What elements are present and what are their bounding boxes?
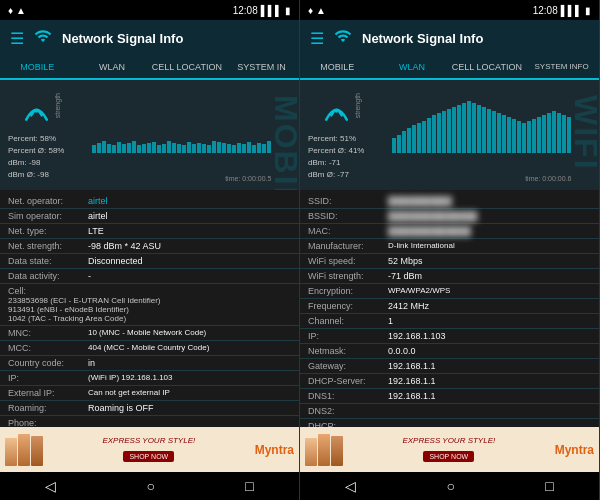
info-row: MAC: █████████████ [300, 224, 599, 239]
chart-bar [407, 128, 411, 153]
chart-bar [502, 115, 506, 153]
info-row: Netmask: 0.0.0.0 [300, 344, 599, 359]
menu-icon-2[interactable]: ☰ [310, 29, 324, 48]
watermark-2: WIFI [567, 95, 599, 171]
info-row: DHCP: [300, 419, 599, 427]
chart-bar [487, 109, 491, 153]
info-row: Roaming: Roaming is OFF [0, 401, 299, 416]
time-display-2: 12:08 [533, 5, 558, 16]
chart-bar [552, 111, 556, 153]
ad-text-area-1: EXPRESS YOUR STYLE! SHOP NOW [43, 436, 255, 463]
chart-bar [117, 142, 121, 153]
info-row: Cell: 233853698 (ECI - E-UTRAN Cell Iden… [0, 284, 299, 326]
chart-bar [422, 121, 426, 153]
signal-bars-icon: ▌▌▌ [261, 5, 282, 16]
svg-point-1 [335, 109, 338, 112]
tab-system-2[interactable]: SYSTEM INFO [524, 56, 599, 78]
chart-bar [127, 143, 131, 153]
info-section-1: Net. operator: airtel Sim operator: airt… [0, 190, 299, 427]
chart-bar [482, 107, 486, 153]
chart-bar [227, 144, 231, 153]
info-row: Data activity: - [0, 269, 299, 284]
chart-bar [142, 144, 146, 153]
status-left-1: ♦ ▲ [8, 5, 26, 16]
chart-bar [427, 118, 431, 153]
chart-bar [222, 143, 226, 153]
wifi-status-icon-2: ▲ [316, 5, 326, 16]
ad-express-text-1: EXPRESS YOUR STYLE! [43, 436, 255, 445]
nav-bar-1: ◁ ○ □ [0, 472, 299, 500]
info-row: DNS2: [300, 404, 599, 419]
chart-bar [107, 144, 111, 153]
info-row: IP: 192.168.1.103 [300, 329, 599, 344]
chart-bar [262, 144, 266, 153]
panel-mobile: ♦ ▲ 12:08 ▌▌▌ ▮ ☰ Network Signal Info MO… [0, 0, 300, 500]
signal-area-1: Percent: 58% Percent Ø: 58% dBm: -98 dBm… [0, 80, 299, 190]
chart-bar [397, 135, 401, 153]
back-button-1[interactable]: ◁ [45, 478, 56, 494]
ad-logo-1: Myntra [255, 443, 294, 457]
signal-wave-icon-1 [19, 93, 54, 129]
location-icon-2: ♦ [308, 5, 313, 16]
status-bar-2: ♦ ▲ 12:08 ▌▌▌ ▮ [300, 0, 599, 20]
info-row: Net. operator: airtel [0, 194, 299, 209]
info-row: Sim operator: airtel [0, 209, 299, 224]
tab-wlan-2[interactable]: WLAN [375, 56, 450, 80]
home-button-1[interactable]: ○ [147, 478, 155, 494]
info-row: BSSID: ██████████████ [300, 209, 599, 224]
signal-area-2: Percent: 51% Percent Ø: 41% dBm: -71 dBm… [300, 80, 599, 190]
chart-bar [412, 125, 416, 153]
nav-bar-2: ◁ ○ □ [300, 472, 599, 500]
tabs-1: MOBILE WLAN CELL LOCATION SYSTEM IN [0, 56, 299, 80]
chart-bar [252, 145, 256, 153]
menu-icon-1[interactable]: ☰ [10, 29, 24, 48]
ad-shop-btn-2[interactable]: SHOP NOW [423, 451, 474, 462]
signal-bars-icon-2: ▌▌▌ [561, 5, 582, 16]
app-header-1: ☰ Network Signal Info [0, 20, 299, 56]
tab-system-1[interactable]: SYSTEM IN [224, 56, 299, 78]
info-row: Net. type: LTE [0, 224, 299, 239]
tab-wlan-1[interactable]: WLAN [75, 56, 150, 78]
chart-bar [202, 144, 206, 153]
chart-bar [137, 145, 141, 153]
ad-logo-2: Myntra [555, 443, 594, 457]
chart-bar [477, 105, 481, 153]
svg-point-0 [35, 109, 38, 112]
chart-bar [122, 144, 126, 153]
strength-label-2: strength [354, 93, 361, 118]
app-title-2: Network Signal Info [362, 31, 483, 46]
ad-banner-2[interactable]: EXPRESS YOUR STYLE! SHOP NOW Myntra [300, 427, 599, 472]
tab-cell-2[interactable]: CELL LOCATION [450, 56, 525, 78]
info-row: Frequency: 2412 MHz [300, 299, 599, 314]
ad-banner-1[interactable]: EXPRESS YOUR STYLE! SHOP NOW Myntra [0, 427, 299, 472]
watermark-1: MOBILE [267, 95, 299, 190]
chart-bar [472, 103, 476, 153]
chart-bar [102, 141, 106, 153]
location-icon: ♦ [8, 5, 13, 16]
back-button-2[interactable]: ◁ [345, 478, 356, 494]
status-right-2: 12:08 ▌▌▌ ▮ [533, 5, 591, 16]
tab-mobile-2[interactable]: MOBILE [300, 56, 375, 78]
chart-bar [147, 143, 151, 153]
tab-mobile-1[interactable]: MOBILE [0, 56, 75, 80]
chart-bar [492, 111, 496, 153]
chart-bar [237, 143, 241, 153]
chart-bar [112, 145, 116, 153]
ad-shop-btn-1[interactable]: SHOP NOW [123, 451, 174, 462]
chart-bar [182, 145, 186, 153]
strength-label-1: strength [54, 93, 61, 118]
tab-cell-1[interactable]: CELL LOCATION [150, 56, 225, 78]
info-row: WiFi speed: 52 Mbps [300, 254, 599, 269]
recent-button-1[interactable]: □ [245, 478, 253, 494]
info-row: Gateway: 192.168.1.1 [300, 359, 599, 374]
home-button-2[interactable]: ○ [447, 478, 455, 494]
ad-text-area-2: EXPRESS YOUR STYLE! SHOP NOW [343, 436, 555, 463]
info-row: Data state: Disconnected [0, 254, 299, 269]
signal-stats-2: Percent: 51% Percent Ø: 41% dBm: -71 dBm… [308, 133, 364, 181]
chart-bar [197, 143, 201, 153]
recent-button-2[interactable]: □ [545, 478, 553, 494]
chart-bar [392, 138, 396, 153]
info-row: DNS1: 192.168.1.1 [300, 389, 599, 404]
app-header-2: ☰ Network Signal Info [300, 20, 599, 56]
app-title-1: Network Signal Info [62, 31, 183, 46]
